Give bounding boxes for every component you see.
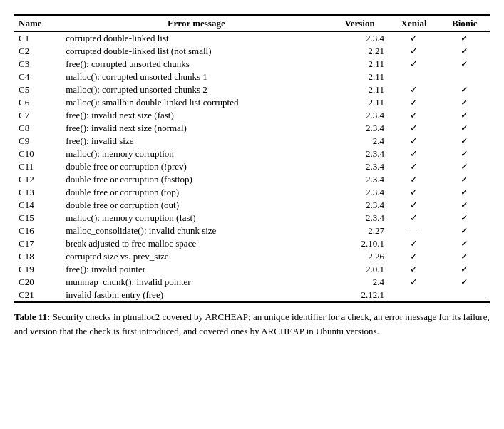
table-row: C10 malloc(): memory corruption 2.3.4 ✓ … [14,148,490,160]
cell-version: 2.4 [331,135,389,148]
table-row: C21 invalid fastbin entry (free) 2.12.1 [14,289,490,301]
cell-xenial: ✓ [389,32,440,46]
table-row: C3 free(): corrupted unsorted chunks 2.1… [14,58,490,71]
cell-bionic: ✓ [439,276,490,289]
data-table: Name Error message Version Xenial Bionic… [14,16,490,301]
cell-error: malloc(): memory corruption (fast) [61,212,331,224]
cell-name: C12 [14,173,61,186]
cell-version: 2.27 [331,224,389,237]
cell-name: C7 [14,109,61,122]
caption-label: Table 11: [14,311,50,322]
col-header-error: Error message [61,16,331,32]
cell-name: C13 [14,186,61,199]
cell-error: free(): invalid next size (normal) [61,122,331,135]
cell-bionic: ✓ [439,160,490,173]
cell-error: munmap_chunk(): invalid pointer [61,276,331,289]
cell-version: 2.3.4 [331,173,389,186]
cell-xenial: ✓ [389,173,440,186]
col-header-version: Version [331,16,389,32]
cell-version: 2.3.4 [331,186,389,199]
cell-xenial: ✓ [389,83,440,96]
cell-bionic: ✓ [439,135,490,148]
cell-bionic: ✓ [439,212,490,224]
cell-error: malloc(): corrupted unsorted chunks 2 [61,83,331,96]
cell-name: C15 [14,212,61,224]
col-header-name: Name [14,16,61,32]
cell-name: C5 [14,83,61,96]
cell-version: 2.11 [331,83,389,96]
table-row: C16 malloc_consolidate(): invalid chunk … [14,224,490,237]
cell-error: malloc(): smallbin double linked list co… [61,96,331,109]
table-row: C8 free(): invalid next size (normal) 2.… [14,122,490,135]
cell-name: C9 [14,135,61,148]
table-row: C18 corrupted size vs. prev_size 2.26 ✓ … [14,250,490,263]
cell-name: C1 [14,32,61,46]
cell-error: invalid fastbin entry (free) [61,289,331,301]
cell-bionic: ✓ [439,45,490,58]
cell-name: C6 [14,96,61,109]
cell-version: 2.10.1 [331,237,389,250]
cell-xenial: ✓ [389,186,440,199]
table-row: C2 corrupted double-linked list (not sma… [14,45,490,58]
cell-name: C17 [14,237,61,250]
cell-version: 2.3.4 [331,199,389,212]
table-row: C12 double free or corruption (fasttop) … [14,173,490,186]
cell-bionic: ✓ [439,109,490,122]
cell-bionic: ✓ [439,263,490,276]
cell-name: C18 [14,250,61,263]
cell-xenial [389,289,440,301]
cell-name: C21 [14,289,61,301]
cell-bionic [439,71,490,83]
cell-version: 2.3.4 [331,148,389,160]
cell-name: C11 [14,160,61,173]
table-row: C1 corrupted double-linked list 2.3.4 ✓ … [14,32,490,46]
table-row: C5 malloc(): corrupted unsorted chunks 2… [14,83,490,96]
cell-bionic: ✓ [439,58,490,71]
table-row: C4 malloc(): corrupted unsorted chunks 1… [14,71,490,83]
cell-version: 2.0.1 [331,263,389,276]
cell-error: corrupted double-linked list (not small) [61,45,331,58]
cell-xenial: ✓ [389,160,440,173]
cell-version: 2.12.1 [331,289,389,301]
cell-name: C2 [14,45,61,58]
table-row: C6 malloc(): smallbin double linked list… [14,96,490,109]
table-row: C11 double free or corruption (!prev) 2.… [14,160,490,173]
cell-version: 2.11 [331,58,389,71]
cell-bionic: ✓ [439,237,490,250]
table-row: C17 break adjusted to free malloc space … [14,237,490,250]
cell-bionic: ✓ [439,83,490,96]
cell-version: 2.26 [331,250,389,263]
cell-error: break adjusted to free malloc space [61,237,331,250]
cell-xenial: ✓ [389,199,440,212]
cell-version: 2.3.4 [331,122,389,135]
cell-error: free(): corrupted unsorted chunks [61,58,331,71]
cell-xenial: ✓ [389,276,440,289]
cell-version: 2.11 [331,96,389,109]
cell-version: 2.3.4 [331,160,389,173]
table-row: C19 free(): invalid pointer 2.0.1 ✓ ✓ [14,263,490,276]
cell-error: double free or corruption (fasttop) [61,173,331,186]
cell-error: malloc(): corrupted unsorted chunks 1 [61,71,331,83]
cell-xenial: ✓ [389,148,440,160]
cell-name: C8 [14,122,61,135]
cell-error: double free or corruption (out) [61,199,331,212]
cell-xenial: ✓ [389,58,440,71]
cell-xenial: — [389,224,440,237]
cell-error: double free or corruption (top) [61,186,331,199]
cell-xenial: ✓ [389,45,440,58]
cell-bionic: ✓ [439,173,490,186]
cell-error: malloc(): memory corruption [61,148,331,160]
main-table-container: Name Error message Version Xenial Bionic… [14,14,490,303]
col-header-xenial: Xenial [389,16,440,32]
cell-xenial: ✓ [389,263,440,276]
cell-error: free(): invalid pointer [61,263,331,276]
cell-version: 2.11 [331,71,389,83]
table-row: C15 malloc(): memory corruption (fast) 2… [14,212,490,224]
cell-bionic: ✓ [439,224,490,237]
cell-bionic: ✓ [439,32,490,46]
cell-xenial: ✓ [389,212,440,224]
cell-version: 2.21 [331,45,389,58]
cell-xenial: ✓ [389,237,440,250]
cell-name: C19 [14,263,61,276]
table-row: C9 free(): invalid size 2.4 ✓ ✓ [14,135,490,148]
